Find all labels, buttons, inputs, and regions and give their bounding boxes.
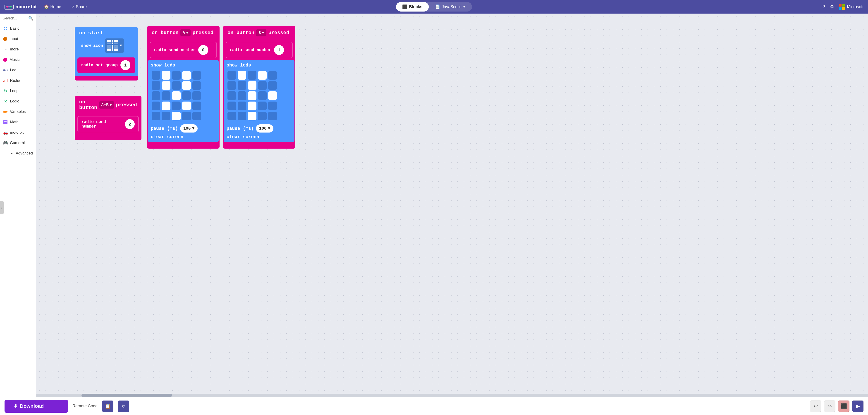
svg-text:π: π xyxy=(4,120,7,124)
led-cell-0[interactable] xyxy=(152,71,160,80)
run-button[interactable]: ▶ xyxy=(852,401,864,412)
sidebar-item-music[interactable]: Music xyxy=(0,55,36,65)
sidebar-item-basic[interactable]: Basic xyxy=(0,23,36,34)
tab-blocks[interactable]: ⬛ Blocks xyxy=(396,2,429,11)
led-matrix-b[interactable] xyxy=(224,68,294,124)
led-cell-14[interactable] xyxy=(268,91,277,100)
led-cell-11[interactable] xyxy=(162,91,170,100)
led-cell-5[interactable] xyxy=(152,81,160,90)
led-cell-4[interactable] xyxy=(192,71,201,80)
stop-button[interactable]: ⬛ xyxy=(838,401,849,412)
sidebar-item-input[interactable]: Input xyxy=(0,34,36,44)
led-cell-3[interactable] xyxy=(182,71,191,80)
button-b-dropdown[interactable]: B ▼ xyxy=(256,29,267,36)
led-cell-10[interactable] xyxy=(152,91,160,100)
led-cell-17[interactable] xyxy=(172,102,181,110)
sidebar-item-math[interactable]: π Math xyxy=(0,117,36,127)
sidebar-item-more[interactable]: ··· more xyxy=(0,44,36,55)
gamerbit-icon: 🎮 xyxy=(3,141,8,145)
sidebar-item-led[interactable]: Led xyxy=(0,65,36,75)
svg-rect-14 xyxy=(7,79,7,82)
tab-javascript[interactable]: 📄 JavaScript ▼ xyxy=(429,2,472,11)
led-cell-12[interactable] xyxy=(248,91,256,100)
led-cell-20[interactable] xyxy=(152,112,160,120)
canvas-area[interactable]: on start show icon xyxy=(36,13,868,397)
canvas-scrollbar[interactable] xyxy=(36,394,868,397)
led-cell-21[interactable] xyxy=(162,112,170,120)
led-cell-5[interactable] xyxy=(227,81,236,90)
led-cell-23[interactable] xyxy=(258,112,267,120)
button-a-dropdown[interactable]: A ▼ xyxy=(180,29,191,36)
led-cell-2[interactable] xyxy=(172,71,181,80)
led-cell-6[interactable] xyxy=(238,81,246,90)
help-button[interactable]: ? xyxy=(823,4,825,10)
sidebar-item-gamerbit[interactable]: 🎮 Gamerbit xyxy=(0,138,36,148)
led-cell-3[interactable] xyxy=(258,71,267,80)
home-nav[interactable]: 🏠 Home xyxy=(41,3,64,11)
led-cell-8[interactable] xyxy=(258,81,267,90)
pause-a-dropdown[interactable]: 100 ▼ xyxy=(180,125,197,133)
led-cell-15[interactable] xyxy=(152,102,160,110)
led-cell-7[interactable] xyxy=(172,81,181,90)
led-cell-19[interactable] xyxy=(268,102,277,110)
radio-send-b-value[interactable]: 1 xyxy=(274,45,284,55)
sidebar-item-radio[interactable]: Radio xyxy=(0,75,36,86)
radio-send-ab-value[interactable]: 2 xyxy=(125,119,135,129)
led-cell-22[interactable] xyxy=(248,112,256,120)
led-cell-6[interactable] xyxy=(162,81,170,90)
sidebar-item-variables[interactable]: Variables xyxy=(0,106,36,117)
led-cell-0[interactable] xyxy=(227,71,236,80)
led-cell-12[interactable] xyxy=(172,91,181,100)
search-input[interactable] xyxy=(3,16,28,20)
led-cell-1[interactable] xyxy=(162,71,170,80)
download-button[interactable]: ⬇ Download xyxy=(4,400,68,413)
led-cell-23[interactable] xyxy=(182,112,191,120)
led-cell-22[interactable] xyxy=(172,112,181,120)
led-cell-20[interactable] xyxy=(227,112,236,120)
led-cell-19[interactable] xyxy=(192,102,201,110)
undo-button[interactable]: ↩ xyxy=(810,401,822,412)
sidebar-item-loops[interactable]: ↻ Loops xyxy=(0,86,36,96)
led-cell-24[interactable] xyxy=(268,112,277,120)
led-cell-2[interactable] xyxy=(248,71,256,80)
led-cell-11[interactable] xyxy=(238,91,246,100)
led-matrix-a[interactable] xyxy=(148,68,219,124)
led-cell-15[interactable] xyxy=(227,102,236,110)
sidebar-item-motobit[interactable]: 🚗 moto:bit xyxy=(0,127,36,138)
led-cell-4[interactable] xyxy=(268,71,277,80)
led-cell-9[interactable] xyxy=(268,81,277,90)
led-cell-16[interactable] xyxy=(162,102,170,110)
pause-b-dropdown[interactable]: 100 ▼ xyxy=(256,125,273,133)
radio-send-a-value[interactable]: 0 xyxy=(198,45,208,55)
led-cell-18[interactable] xyxy=(182,102,191,110)
button-ab-dropdown[interactable]: A+B ▼ xyxy=(99,101,114,109)
refresh-code-button[interactable]: ↻ xyxy=(118,401,129,412)
led-cell-9[interactable] xyxy=(192,81,201,90)
radio-group-value[interactable]: 1 xyxy=(120,60,130,70)
led-cell-14[interactable] xyxy=(192,91,201,100)
led-cell-18[interactable] xyxy=(258,102,267,110)
led-cell-13[interactable] xyxy=(258,91,267,100)
sidebar-item-advanced[interactable]: ▼ Advanced xyxy=(0,148,36,159)
led-cell-8[interactable] xyxy=(182,81,191,90)
redo-button[interactable]: ↪ xyxy=(824,401,835,412)
share-nav[interactable]: ↗ Share xyxy=(68,3,89,11)
microsoft-logo: Microsoft xyxy=(839,4,864,10)
led-cell-17[interactable] xyxy=(248,102,256,110)
led-cell-16[interactable] xyxy=(238,102,246,110)
led-cell-24[interactable] xyxy=(192,112,201,120)
sidebar-item-logic[interactable]: ✕ Logic xyxy=(0,96,36,106)
search-icon[interactable]: 🔍 xyxy=(28,16,33,21)
logo[interactable]: micro:bit xyxy=(4,4,37,10)
settings-button[interactable]: ⚙ xyxy=(830,4,834,10)
copy-code-button[interactable]: 📋 xyxy=(102,401,114,412)
collapse-tab[interactable]: › xyxy=(0,201,4,214)
show-leds-b-label: show leds xyxy=(224,62,294,68)
led-cell-10[interactable] xyxy=(227,91,236,100)
clear-screen-b-block: clear screen xyxy=(224,133,294,140)
icon-picker-button[interactable]: ▼ xyxy=(105,38,124,53)
led-cell-21[interactable] xyxy=(238,112,246,120)
led-cell-13[interactable] xyxy=(182,91,191,100)
led-cell-7[interactable] xyxy=(248,81,256,90)
led-cell-1[interactable] xyxy=(238,71,246,80)
